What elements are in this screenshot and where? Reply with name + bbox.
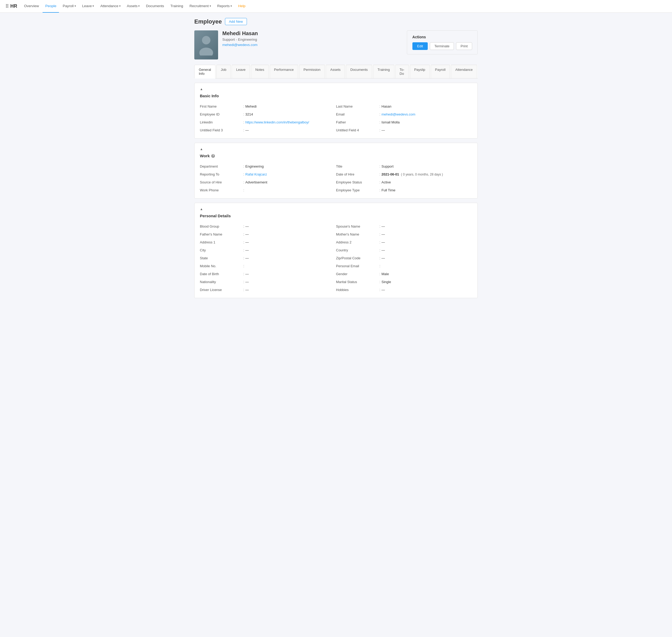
work-section: ▲ Work ? Department : Engineering Report… [194, 143, 478, 199]
page-header: Employee Add New [194, 18, 478, 25]
help-icon[interactable]: ? [211, 154, 215, 158]
navbar: ⠿ HR Overview People Payroll ▾ Leave ▾ A… [0, 0, 672, 13]
tab-training[interactable]: Training [373, 65, 394, 78]
tab-payslip[interactable]: Payslip [410, 65, 430, 78]
nav-people[interactable]: People [42, 0, 59, 13]
nav-reports[interactable]: Reports ▾ [215, 0, 235, 13]
tab-assets[interactable]: Assets [326, 65, 345, 78]
work-title: Work ? [200, 153, 472, 158]
actions-buttons: Edit Terminate Print [412, 42, 472, 50]
reporting-to-link[interactable]: Rafal Krajcarz [245, 172, 267, 176]
tab-job[interactable]: Job [216, 65, 231, 78]
employee-details: Mehedi Hasan Support - Engineering mehed… [222, 31, 402, 47]
print-button[interactable]: Print [456, 42, 472, 50]
tab-todo[interactable]: To-Do [395, 65, 409, 78]
basic-info-fields: First Name : Mehedi Employee ID : 3214 L… [200, 102, 472, 134]
section-toggle-work[interactable]: ▲ [200, 147, 472, 151]
brand-logo[interactable]: ⠿ HR [5, 3, 17, 9]
work-fields-left: Department : Engineering Reporting To : … [200, 162, 336, 194]
chevron-down-icon: ▾ [138, 4, 140, 7]
personal-details-title: Personal Details [200, 214, 472, 218]
tab-general-info[interactable]: General Info [194, 65, 215, 78]
employee-email-link[interactable]: mehedi@wedevs.com [222, 43, 257, 47]
actions-label: Actions [412, 35, 472, 39]
basic-info-title: Basic Info [200, 94, 472, 98]
tab-bar: General Info Job Leave Notes Performance… [194, 65, 478, 78]
avatar [194, 31, 218, 59]
nav-attendance[interactable]: Attendance ▾ [97, 0, 123, 13]
email-link[interactable]: mehedi@wedevs.com [381, 112, 415, 116]
terminate-button[interactable]: Terminate [430, 42, 454, 50]
chevron-down-icon: ▾ [75, 4, 76, 7]
field-last-name: Last Name : Hasan Email : mehedi@wedevs.… [336, 102, 472, 134]
nav-payroll[interactable]: Payroll ▾ [60, 0, 78, 13]
tab-leave[interactable]: Leave [232, 65, 250, 78]
add-new-button[interactable]: Add New [225, 18, 247, 25]
employee-name: Mehedi Hasan [222, 31, 402, 36]
svg-point-0 [202, 36, 211, 44]
chevron-down-icon: ▾ [92, 4, 94, 7]
employee-header: Mehedi Hasan Support - Engineering mehed… [194, 31, 478, 59]
section-toggle-basic[interactable]: ▲ [200, 87, 472, 91]
tab-notes[interactable]: Notes [251, 65, 269, 78]
tab-permission[interactable]: Permission [299, 65, 325, 78]
tab-payroll[interactable]: Payroll [431, 65, 450, 78]
nav-overview[interactable]: Overview [21, 0, 41, 13]
linkedin-link[interactable]: https://www.linkedin.com/in/thebengalboy… [245, 120, 309, 124]
nav-training[interactable]: Training [168, 0, 186, 13]
brand-name: HR [10, 3, 17, 9]
nav-documents[interactable]: Documents [143, 0, 166, 13]
work-fields: Department : Engineering Reporting To : … [200, 162, 472, 194]
nav-recruitment[interactable]: Recruitment ▾ [187, 0, 214, 13]
employee-department: Support - Engineering [222, 38, 402, 41]
field-first-name: First Name : Mehedi Employee ID : 3214 L… [200, 102, 336, 134]
basic-info-section: ▲ Basic Info First Name : Mehedi Employe… [194, 83, 478, 139]
personal-fields-right: Spouse's Name : — Mother's Name : — Addr… [336, 222, 472, 294]
nav-help[interactable]: Help [236, 0, 248, 13]
employee-info-left: Mehedi Hasan Support - Engineering mehed… [194, 31, 402, 59]
chevron-down-icon: ▾ [210, 4, 211, 7]
page-title: Employee [194, 18, 222, 25]
personal-fields-left: Blood Group : — Father's Name : — Addres… [200, 222, 336, 294]
chevron-down-icon: ▾ [119, 4, 121, 7]
page-content: Employee Add New Mehedi Hasan Support - … [188, 13, 484, 308]
section-toggle-personal[interactable]: ▲ [200, 207, 472, 211]
svg-point-1 [199, 48, 213, 55]
edit-button[interactable]: Edit [412, 42, 428, 50]
tab-attendance[interactable]: Attendance [451, 65, 477, 78]
work-fields-right: Title : Support Date of Hire : 2021-06-0… [336, 162, 472, 194]
nav-leave[interactable]: Leave ▾ [79, 0, 97, 13]
brand-icon: ⠿ [5, 3, 9, 9]
chevron-down-icon: ▾ [231, 4, 232, 7]
actions-box: Actions Edit Terminate Print [407, 31, 478, 54]
personal-details-fields: Blood Group : — Father's Name : — Addres… [200, 222, 472, 294]
nav-assets[interactable]: Assets ▾ [124, 0, 143, 13]
tab-performance[interactable]: Performance [270, 65, 298, 78]
personal-details-section: ▲ Personal Details Blood Group : — Fathe… [194, 203, 478, 298]
tab-documents[interactable]: Documents [346, 65, 372, 78]
